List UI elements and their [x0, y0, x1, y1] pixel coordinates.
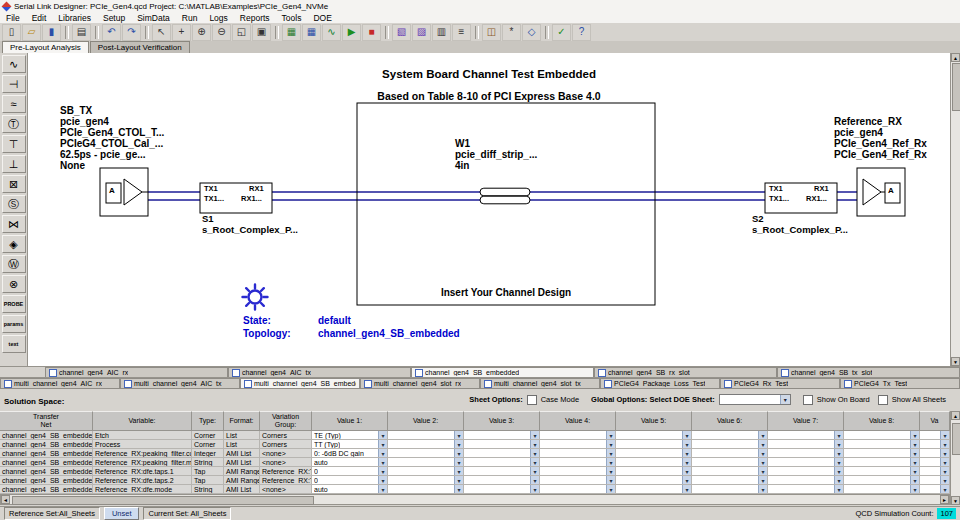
pointer-button[interactable]: ↖: [152, 24, 171, 41]
dropdown-arrow-icon[interactable]: ▾: [834, 476, 843, 484]
value-cell[interactable]: ▾: [464, 485, 540, 494]
value-cell[interactable]: ▾: [540, 431, 616, 440]
sheet-tab-channel_gen4_SB_embedded[interactable]: channel_gen4_SB_embedded: [411, 367, 594, 377]
dropdown-arrow-icon[interactable]: ▾: [940, 440, 949, 448]
stop-sim-button[interactable]: ■: [362, 24, 381, 41]
menu-tools[interactable]: Tools: [276, 13, 308, 23]
table-horizontal-scrollbar[interactable]: ◄ ►: [0, 494, 950, 505]
menu-file[interactable]: File: [0, 13, 26, 23]
dropdown-arrow-icon[interactable]: ▾: [530, 467, 539, 475]
dropdown-arrow-icon[interactable]: ▾: [940, 458, 949, 466]
value-cell[interactable]: ▾: [692, 449, 768, 458]
value-cell[interactable]: ▾: [692, 467, 768, 476]
dropdown-arrow-icon[interactable]: ▾: [454, 485, 463, 493]
value-cell[interactable]: ▾: [768, 431, 844, 440]
dropdown-arrow-icon[interactable]: ▾: [940, 485, 949, 493]
dropdown-arrow-icon[interactable]: ▾: [780, 395, 790, 404]
value-cell[interactable]: ▾: [768, 458, 844, 467]
dropdown-arrow-icon[interactable]: ▾: [940, 467, 949, 475]
value-cell[interactable]: ▾: [844, 467, 920, 476]
value-cell[interactable]: ▾: [920, 449, 950, 458]
scroll-right-icon[interactable]: ►: [940, 495, 949, 504]
value-cell[interactable]: ▾: [388, 476, 464, 485]
dropdown-arrow-icon[interactable]: ▾: [606, 485, 615, 493]
dropdown-arrow-icon[interactable]: ▾: [758, 467, 767, 475]
value-cell[interactable]: ▾: [844, 485, 920, 494]
value-cell[interactable]: ▾: [920, 458, 950, 467]
dropdown-arrow-icon[interactable]: ▾: [682, 449, 691, 457]
post-layout-button[interactable]: ▨: [412, 24, 431, 41]
tab-post-layout-verification[interactable]: Post-Layout Verification: [90, 41, 190, 53]
palette-lossy-line-icon[interactable]: ≈: [2, 95, 26, 113]
dropdown-arrow-icon[interactable]: ▾: [530, 449, 539, 457]
simulate-button[interactable]: ▶: [342, 24, 361, 41]
library-button[interactable]: ◫: [482, 24, 501, 41]
dropdown-arrow-icon[interactable]: ▾: [454, 467, 463, 475]
dropdown-arrow-icon[interactable]: ▾: [606, 458, 615, 466]
value1-cell[interactable]: 0: -6dB DC gain▾: [312, 449, 388, 458]
save-button[interactable]: ▮: [42, 24, 61, 41]
dropdown-arrow-icon[interactable]: ▾: [940, 449, 949, 457]
menu-doe[interactable]: DOE: [307, 13, 337, 23]
value-cell[interactable]: ▾: [464, 476, 540, 485]
dropdown-arrow-icon[interactable]: ▾: [606, 476, 615, 484]
value-cell[interactable]: ▾: [464, 449, 540, 458]
value1-cell[interactable]: 0▾: [312, 476, 388, 485]
value-cell[interactable]: ▾: [768, 476, 844, 485]
redo-button[interactable]: ↷: [122, 24, 141, 41]
column-header-6[interactable]: Value 2:: [388, 411, 464, 431]
value-cell[interactable]: ▾: [388, 485, 464, 494]
column-header-3[interactable]: Format:: [224, 411, 260, 431]
menu-logs[interactable]: Logs: [203, 13, 233, 23]
check-button[interactable]: ✓: [552, 24, 571, 41]
column-header-4[interactable]: VariationGroup:: [260, 411, 312, 431]
sheet-tab-channel_gen4_AIC_tx[interactable]: channel_gen4_AIC_tx: [228, 367, 411, 377]
table-vertical-scrollbar[interactable]: ▲ ▼: [950, 411, 960, 505]
new-button[interactable]: ▯: [2, 24, 21, 41]
dropdown-arrow-icon[interactable]: ▾: [454, 476, 463, 484]
hscroll-thumb[interactable]: [12, 496, 314, 505]
state-gear-icon[interactable]: [243, 285, 268, 310]
dropdown-arrow-icon[interactable]: ▾: [910, 449, 919, 457]
value-cell[interactable]: ▾: [616, 449, 692, 458]
state-value[interactable]: default: [318, 315, 351, 326]
dropdown-arrow-icon[interactable]: ▾: [758, 458, 767, 466]
dropdown-arrow-icon[interactable]: ▾: [834, 440, 843, 448]
value-cell[interactable]: ▾: [388, 458, 464, 467]
scroll-up-icon[interactable]: ▲: [951, 53, 960, 62]
value-cell[interactable]: ▾: [920, 485, 950, 494]
column-header-12[interactable]: Value 8:: [844, 411, 920, 431]
palette-w-element-icon[interactable]: Ⓦ: [2, 255, 26, 273]
sheet-tab-multi_channel_gen4_AIC_tx[interactable]: multi_channel_gen4_AIC_tx: [120, 378, 240, 388]
help-button[interactable]: ?: [572, 24, 591, 41]
scroll-left-icon[interactable]: ◄: [1, 495, 10, 504]
dropdown-arrow-icon[interactable]: ▾: [606, 431, 615, 439]
dropdown-arrow-icon[interactable]: ▾: [834, 458, 843, 466]
value-cell[interactable]: ▾: [388, 467, 464, 476]
column-header-10[interactable]: Value 6:: [692, 411, 768, 431]
dropdown-arrow-icon[interactable]: ▾: [682, 467, 691, 475]
topology-value[interactable]: channel_gen4_SB_embedded: [318, 328, 460, 339]
dropdown-arrow-icon[interactable]: ▾: [834, 467, 843, 475]
dropdown-arrow-icon[interactable]: ▾: [530, 440, 539, 448]
value-cell[interactable]: ▾: [920, 431, 950, 440]
menu-setup[interactable]: Setup: [97, 13, 131, 23]
value-cell[interactable]: ▾: [388, 431, 464, 440]
menu-libraries[interactable]: Libraries: [52, 13, 97, 23]
menu-edit[interactable]: Edit: [26, 13, 53, 23]
sheet-tab-multi_channel_gen4_AIC_rx[interactable]: multi_channel_gen4_AIC_rx: [0, 378, 120, 388]
dropdown-arrow-icon[interactable]: ▾: [606, 440, 615, 448]
scroll-up-icon[interactable]: ▲: [951, 411, 960, 420]
sheet-tab-channel_gen4_AIC_rx[interactable]: channel_gen4_AIC_rx: [45, 367, 228, 377]
value1-cell[interactable]: auto▾: [312, 485, 388, 494]
dropdown-arrow-icon[interactable]: ▾: [454, 440, 463, 448]
rx-buffer-symbol[interactable]: [857, 168, 905, 216]
zoom-out-button[interactable]: ⊖: [212, 24, 231, 41]
menu-simdata[interactable]: SimData: [131, 13, 176, 23]
value1-cell[interactable]: TT (Typ)▾: [312, 440, 388, 449]
doe-button[interactable]: ◇: [522, 24, 541, 41]
sheet-tab-channel_gen4_SB_tx_slot[interactable]: channel_gen4_SB_tx_slot: [777, 367, 960, 377]
value-cell[interactable]: ▾: [616, 431, 692, 440]
dropdown-arrow-icon[interactable]: ▾: [378, 431, 387, 439]
value-cell[interactable]: ▾: [540, 440, 616, 449]
